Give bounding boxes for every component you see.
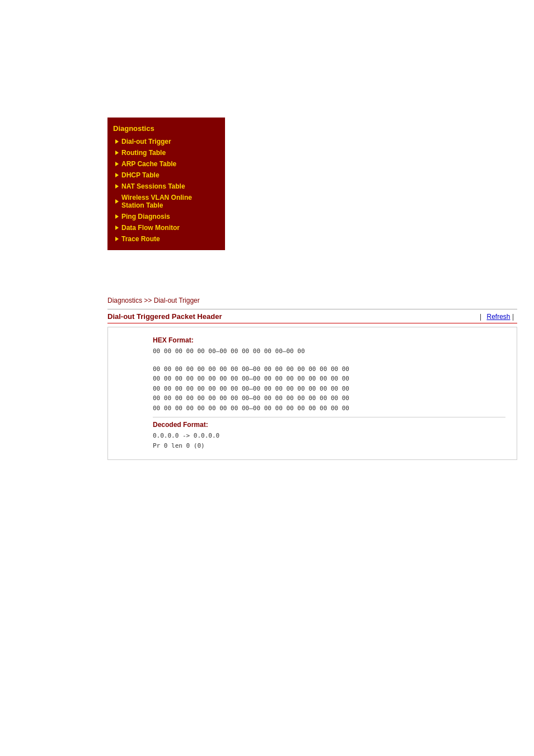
- arrow-icon: [115, 237, 119, 241]
- sidebar-item-wireless[interactable]: Wireless VLAN OnlineStation Table: [107, 192, 225, 211]
- sidebar-menu: Diagnostics Dial-out Trigger Routing Tab…: [107, 118, 225, 250]
- sidebar-item-arp[interactable]: ARP Cache Table: [107, 158, 225, 170]
- sidebar-item-label: Routing Table: [121, 149, 166, 157]
- hex-format-label: HEX Format:: [153, 336, 505, 344]
- decoded-format-label: Decoded Format:: [153, 421, 505, 429]
- hex-line-3: 00 00 00 00 00 00 00 00 00–00 00 00 00 0…: [153, 384, 505, 394]
- decoded-line2: Pr 0 len 0 (0): [153, 441, 505, 452]
- sidebar-item-label: ARP Cache Table: [121, 160, 176, 168]
- pipe-left: |: [480, 313, 481, 321]
- hex-line-top: 00 00 00 00 00 00–00 00 00 00 00 00–00 0…: [153, 346, 505, 356]
- content-box: HEX Format: 00 00 00 00 00 00–00 00 00 0…: [107, 327, 517, 460]
- sidebar-item-label: Dial-out Trigger: [121, 138, 171, 145]
- arrow-icon: [115, 173, 119, 177]
- refresh-button[interactable]: Refresh: [487, 313, 510, 321]
- arrow-icon: [115, 184, 119, 189]
- sidebar-item-label: DHCP Table: [121, 171, 160, 179]
- sidebar-item-traceroute[interactable]: Trace Route: [107, 233, 225, 245]
- hex-separator: [153, 417, 505, 417]
- main-content: Dial-out Triggered Packet Header | Refre…: [107, 312, 517, 460]
- hex-line-5: 00 00 00 00 00 00 00 00 00–00 00 00 00 0…: [153, 403, 505, 414]
- breadcrumb: Diagnostics >> Dial-out Trigger: [107, 297, 517, 304]
- sidebar-item-routing[interactable]: Routing Table: [107, 147, 225, 158]
- sidebar-item-dataflow[interactable]: Data Flow Monitor: [107, 222, 225, 233]
- hex-line-2: 00 00 00 00 00 00 00 00 00–00 00 00 00 0…: [153, 374, 505, 384]
- arrow-icon: [115, 226, 119, 230]
- arrow-icon: [115, 199, 119, 204]
- section-header: Dial-out Triggered Packet Header | Refre…: [107, 312, 517, 323]
- sidebar-item-nat[interactable]: NAT Sessions Table: [107, 181, 225, 192]
- sidebar-item-label: Wireless VLAN OnlineStation Table: [121, 194, 192, 209]
- arrow-icon: [115, 162, 119, 166]
- decoded-line1: 0.0.0.0 -> 0.0.0.0: [153, 431, 505, 442]
- hex-line-1: 00 00 00 00 00 00 00 00 00–00 00 00 00 0…: [153, 364, 505, 374]
- sidebar-item-dhcp[interactable]: DHCP Table: [107, 170, 225, 181]
- sidebar-item-label: NAT Sessions Table: [121, 182, 185, 190]
- breadcrumb-divider: [107, 309, 517, 309]
- sidebar-title: Diagnostics: [107, 122, 225, 136]
- arrow-icon: [115, 214, 119, 219]
- sidebar-item-dialout[interactable]: Dial-out Trigger: [107, 136, 225, 147]
- arrow-icon: [115, 139, 119, 144]
- hex-line-4: 00 00 00 00 00 00 00 00 00–00 00 00 00 0…: [153, 393, 505, 403]
- sidebar-item-label: Trace Route: [121, 235, 160, 243]
- sidebar-item-label: Data Flow Monitor: [121, 224, 180, 232]
- sidebar-item-ping[interactable]: Ping Diagnosis: [107, 211, 225, 222]
- arrow-icon: [115, 151, 119, 155]
- refresh-area: | Refresh |: [480, 313, 517, 321]
- pipe-right: |: [512, 313, 514, 321]
- section-title: Dial-out Triggered Packet Header: [107, 312, 222, 321]
- sidebar-item-label: Ping Diagnosis: [121, 213, 170, 220]
